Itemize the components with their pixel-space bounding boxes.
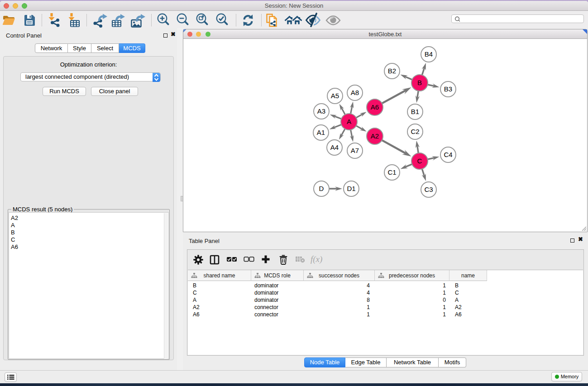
svg-text:B1: B1 — [411, 108, 419, 115]
svg-text:C1: C1 — [387, 168, 396, 176]
svg-text:A3: A3 — [317, 107, 325, 115]
svg-text:B2: B2 — [388, 67, 396, 75]
svg-text:A6: A6 — [371, 103, 379, 111]
svg-text:A1: A1 — [317, 129, 325, 136]
svg-text:C2: C2 — [411, 128, 419, 135]
svg-text:A8: A8 — [351, 89, 359, 96]
svg-text:B3: B3 — [444, 85, 452, 93]
svg-text:A: A — [347, 118, 351, 125]
svg-text:A5: A5 — [331, 92, 339, 100]
svg-text:A7: A7 — [351, 147, 359, 154]
svg-text:C3: C3 — [424, 186, 433, 193]
svg-text:B4: B4 — [425, 50, 433, 58]
svg-text:C: C — [417, 157, 422, 165]
svg-text:B: B — [417, 79, 422, 86]
svg-text:C4: C4 — [444, 151, 452, 158]
svg-text:D1: D1 — [347, 185, 355, 192]
svg-text:A4: A4 — [330, 143, 339, 151]
svg-text:A2: A2 — [371, 132, 379, 140]
svg-text:D: D — [319, 185, 324, 192]
